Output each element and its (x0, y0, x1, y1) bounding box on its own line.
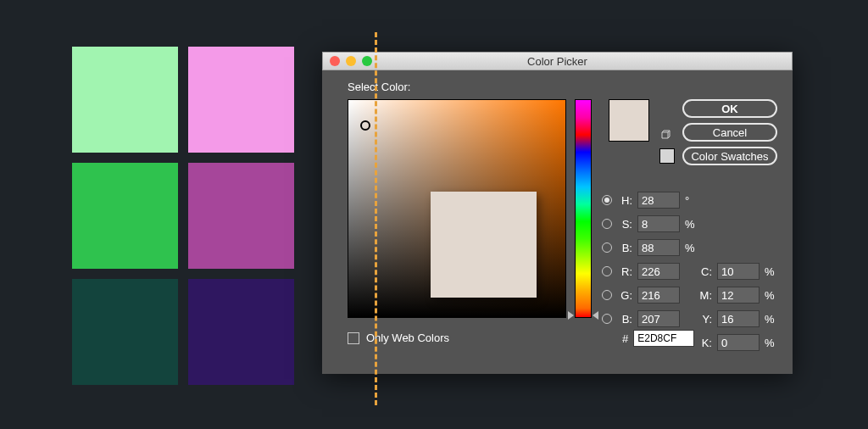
label-k: K: (697, 337, 712, 349)
unit-m: % (765, 289, 776, 302)
input-s[interactable] (637, 215, 680, 232)
input-g[interactable] (637, 287, 680, 304)
swatch-1 (72, 47, 178, 153)
hue-handle-left-icon[interactable] (568, 311, 574, 320)
unit-k: % (765, 337, 776, 349)
input-bb[interactable] (637, 310, 680, 327)
alt-color-swatch[interactable] (659, 148, 675, 164)
radio-bb[interactable] (602, 314, 612, 324)
unit-c: % (765, 265, 776, 278)
color-picker-dialog: Color Picker Select Color: OK Cancel Col… (322, 52, 793, 374)
close-icon[interactable] (330, 56, 340, 66)
label-r: R: (617, 265, 632, 278)
label-s: S: (617, 218, 632, 231)
color-swatches-button[interactable]: Color Swatches (682, 147, 777, 165)
input-m[interactable] (717, 287, 760, 304)
ok-button[interactable]: OK (682, 99, 777, 118)
input-c[interactable] (717, 263, 760, 280)
unit-h: ° (685, 194, 697, 207)
label-b: B: (617, 242, 632, 254)
hue-handle-right-icon[interactable] (593, 311, 598, 320)
dialog-titlebar[interactable]: Color Picker (322, 52, 793, 70)
palette-grid (72, 47, 294, 385)
hsb-rgb-fields: H: ° S: % B: % R: (602, 191, 697, 328)
radio-g[interactable] (602, 290, 612, 300)
label-c: C: (697, 265, 712, 278)
web-colors-row: Only Web Colors (348, 332, 449, 344)
input-k[interactable] (717, 334, 760, 351)
input-b[interactable] (637, 239, 680, 256)
swatch-5 (72, 279, 178, 385)
input-r[interactable] (637, 263, 680, 280)
label-y: Y: (697, 313, 712, 326)
maximize-icon[interactable] (362, 56, 372, 66)
radio-s[interactable] (602, 219, 612, 229)
web-colors-label: Only Web Colors (366, 332, 449, 344)
select-color-label: Select Color: (348, 81, 777, 93)
label-bb: B: (617, 313, 632, 326)
color-field[interactable] (348, 99, 566, 318)
hex-input[interactable] (633, 330, 694, 347)
label-h: H: (617, 194, 632, 207)
web-colors-checkbox[interactable] (348, 332, 359, 344)
hue-slider[interactable] (575, 99, 592, 318)
label-g: G: (617, 289, 632, 302)
label-m: M: (697, 289, 712, 302)
radio-h[interactable] (602, 195, 612, 205)
unit-b: % (685, 242, 697, 254)
unit-s: % (685, 218, 697, 231)
radio-r[interactable] (602, 266, 612, 276)
current-color-swatch (609, 99, 649, 142)
cube-icon[interactable] (659, 130, 671, 142)
radio-b[interactable] (602, 242, 612, 253)
color-field-marker[interactable] (360, 120, 370, 131)
swatch-2 (188, 47, 294, 153)
cancel-button[interactable]: Cancel (682, 123, 777, 142)
dialog-title: Color Picker (527, 55, 587, 68)
dialog-body: Select Color: OK Cancel Color Swatches H… (322, 70, 793, 374)
input-h[interactable] (637, 192, 680, 209)
cmyk-fields: C: % M: % Y: % K: % (697, 262, 776, 352)
minimize-icon[interactable] (346, 56, 356, 66)
swatch-6 (188, 279, 294, 385)
divider-line (375, 32, 377, 405)
swatch-3 (72, 163, 178, 269)
input-y[interactable] (717, 310, 760, 327)
hex-row: # (602, 330, 694, 347)
unit-y: % (765, 313, 776, 326)
swatch-4 (188, 163, 294, 269)
window-controls[interactable] (330, 56, 372, 66)
large-preview-swatch (431, 192, 537, 298)
hex-prefix: # (622, 332, 628, 345)
